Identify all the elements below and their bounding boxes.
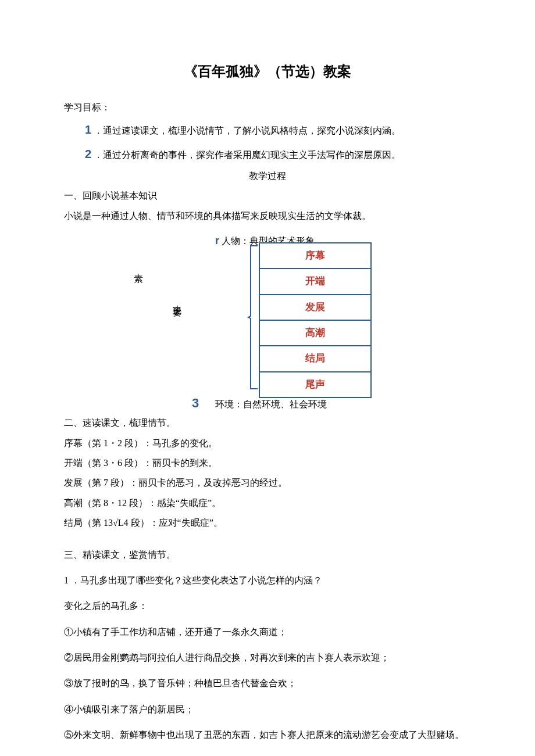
goal-item-1: 1．通过速读课文，梳理小说情节，了解小说风格特点，探究小说深刻内涵。 <box>85 119 471 141</box>
change-item-5: ⑤外来文明、新鲜事物中也出现了丑恶的东西，如吉卜赛人把原来的流动游艺会变成了大型… <box>64 726 471 744</box>
change-item-4: ④小镇吸引来了落户的新居民； <box>64 701 471 718</box>
process-heading: 教学过程 <box>64 167 471 185</box>
question-1: 1 ．马孔多出现了哪些变化？这些变化表达了小说怎样的内涵？ <box>64 572 471 589</box>
page-title: 《百年孤独》（节选）教案 <box>64 58 471 85</box>
plot-cell-beginning: 开端 <box>259 268 371 294</box>
novel-definition: 小说是一种通过人物、情节和环境的具体描写来反映现实生活的文学体裁。 <box>64 207 471 225</box>
bracket-icon <box>247 245 260 390</box>
change-item-1: ①小镇有了手工作坊和店铺，还开通了一条永久商道； <box>64 624 471 641</box>
plot-line-prologue: 序幕（第 1・2 段）：马孔多的变化。 <box>64 435 471 452</box>
plot-cell-development: 发展 <box>259 295 371 320</box>
question-1-subtitle: 变化之后的马孔多： <box>64 597 471 615</box>
question-1-conclusion: ——繁华的城镇；现代文明、科技文明；贪欲堕落、尊卑等级。 <box>64 753 471 756</box>
environment-text: 环境：自然环境、社会环境 <box>215 396 327 413</box>
plot-line-beginning: 开端（第 3・6 段）：丽贝卡的到来。 <box>64 454 471 472</box>
goals-heading: 学习目标： <box>64 99 471 116</box>
plot-line-ending: 结局（第 13√L4 段）：应对“失眠症”。 <box>64 514 471 532</box>
section-3-heading: 三、精读课文，鉴赏情节。 <box>64 546 471 564</box>
environment-label: 3 环境：自然环境、社会环境 <box>192 391 327 415</box>
goal-text-2: ．通过分析离奇的事件，探究作者采用魔幻现实主义手法写作的深层原因。 <box>94 150 401 160</box>
novel-three-elements-label: 小说三要 <box>169 298 186 303</box>
goal-number-2: 2 <box>85 148 91 160</box>
goal-number-1: 1 <box>85 123 91 136</box>
section-2-heading: 二、速读课文，梳理情节。 <box>64 414 471 432</box>
plot-structure-table: 序幕 开端 发展 高潮 结局 尾声 <box>259 242 372 398</box>
plot-cell-ending: 结局 <box>259 346 371 371</box>
element-char-su: 素 <box>134 270 143 288</box>
goal-text-1: ．通过速读课文，梳理小说情节，了解小说风格特点，探究小说深刻内涵。 <box>94 126 401 135</box>
change-item-3: ③放了报时的鸟，换了音乐钟；种植巴旦杏代替金合欢； <box>64 675 471 692</box>
goal-item-2: 2．通过分析离奇的事件，探究作者采用魔幻现实主义手法写作的深层原因。 <box>85 143 471 165</box>
r-letter-icon: r <box>215 235 219 246</box>
plot-cell-climax: 高潮 <box>259 320 371 346</box>
plot-line-climax: 高潮（第 8・12 段）：感染“失眠症”。 <box>64 495 471 512</box>
novel-elements-diagram: r人物：典型的艺术形象 素 小说三要 序幕 开端 发展 高潮 结局 尾声 3 环… <box>64 228 471 409</box>
environment-number: 3 <box>192 391 199 415</box>
section-1-heading: 一、回顾小说基本知识 <box>64 187 471 205</box>
plot-cell-prologue: 序幕 <box>259 243 371 268</box>
plot-line-development: 发展（第 7 段）：丽贝卡的恶习，及改掉恶习的经过。 <box>64 474 471 492</box>
change-item-2: ②居民用金刚鹦鹉与阿拉伯人进行商品交换，对再次到来的吉卜赛人表示欢迎； <box>64 649 471 667</box>
